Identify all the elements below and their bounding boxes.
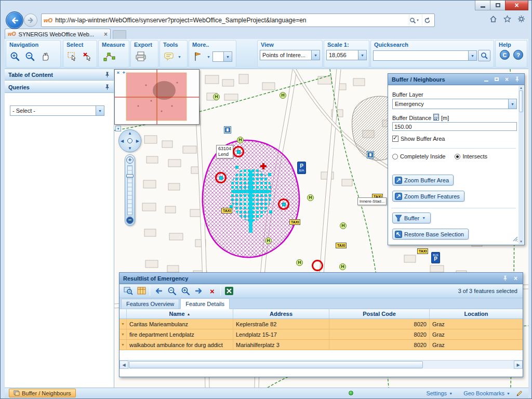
row-expander-icon[interactable]: ▼ [121, 332, 125, 336]
pin-icon[interactable] [104, 84, 110, 91]
show-buffer-checkbox[interactable]: ✓ [392, 136, 398, 142]
zoom-in-button[interactable]: + [126, 156, 134, 164]
row-expander-icon[interactable]: ▼ [121, 322, 125, 326]
zoom-out-icon[interactable] [23, 50, 37, 63]
new-tab-button[interactable] [113, 30, 126, 39]
zoom-slider[interactable] [127, 165, 132, 215]
pan-up-icon[interactable]: ▲ [128, 131, 132, 136]
zoom-buffer-area-button[interactable]: Zoom Buffer Area [392, 175, 454, 185]
address-bar[interactable]: wO http://w-lap-wintner/WebOffice/synser… [41, 14, 435, 27]
scroll-up-icon[interactable]: ▲ [520, 86, 523, 90]
overview-map[interactable] [114, 69, 200, 125]
pan-compass[interactable]: ▲ ▼ ◀ ▶ [118, 129, 141, 152]
back-button[interactable] [6, 11, 23, 29]
pin-panel-icon[interactable] [514, 76, 521, 83]
tab-feature-details[interactable]: Feature Details [180, 298, 230, 309]
scroll-left-icon[interactable]: ◀ [119, 361, 128, 369]
go-previous-icon[interactable] [153, 286, 164, 297]
chevron-down-icon[interactable]: ▼ [177, 55, 182, 59]
minimize-button[interactable] [475, 1, 490, 10]
pan-center-icon[interactable] [127, 138, 132, 143]
scroll-down-icon[interactable]: ▼ [520, 240, 523, 244]
chevron-down-icon[interactable]: ▼ [96, 106, 104, 115]
chevron-down-icon[interactable]: ▼ [223, 52, 232, 61]
close-panel-icon[interactable]: × [512, 275, 519, 282]
horizontal-scrollbar[interactable]: ◀ ▶ [119, 360, 523, 369]
table-row[interactable]: ▼ walkabout ambulance for durg addict Ma… [119, 340, 523, 350]
intersects-radio[interactable] [455, 154, 460, 159]
buffer-distance-input[interactable] [392, 122, 517, 131]
overview-collapse-icon[interactable]: ▼ [115, 126, 121, 131]
chevron-down-icon[interactable]: ▼ [206, 55, 211, 59]
row-expander-icon[interactable]: ▼ [121, 343, 125, 347]
column-header-postal-code[interactable]: Postal Code [329, 309, 430, 318]
pin-icon[interactable] [104, 72, 110, 78]
chevron-down-icon[interactable]: ▼ [421, 216, 426, 220]
print-icon[interactable] [133, 50, 149, 63]
queries-panel-header[interactable]: Queries [5, 82, 114, 93]
panel-resize-grip[interactable] [513, 234, 518, 244]
zoom-slider-thumb[interactable] [126, 174, 134, 178]
browser-tab[interactable]: wO SYNERGIS WebOffice Web... × [5, 29, 111, 39]
tab-features-overview[interactable]: Features Overview [121, 299, 179, 309]
excel-export-icon[interactable] [223, 286, 234, 297]
column-header-address[interactable]: Address [233, 309, 329, 318]
select-by-rectangle-icon[interactable] [65, 50, 79, 63]
scroll-right-icon[interactable]: ▶ [514, 361, 523, 369]
search-button[interactable] [478, 50, 490, 61]
url-text[interactable]: http://w-lap-wintner/WebOffice/synserver… [55, 17, 406, 24]
scale-select[interactable]: 18,056 ▼ [326, 50, 367, 60]
tab-close-icon[interactable]: × [104, 32, 108, 37]
maximize-button[interactable] [490, 1, 506, 10]
buffer-button[interactable]: Buffer ▼ [392, 212, 431, 223]
home-icon[interactable] [489, 15, 497, 23]
buffer-neighbours-toggle[interactable]: Buffer / Neighbours [9, 389, 76, 397]
zoom-buffer-features-button[interactable]: Zoom Buffer Features [392, 191, 464, 202]
clear-selection-icon[interactable]: × [207, 286, 218, 297]
minimize-panel-icon[interactable] [483, 76, 489, 83]
zoom-out-button[interactable]: − [126, 217, 134, 224]
pan-down-icon[interactable]: ▼ [128, 146, 132, 151]
help-button[interactable]: ? [513, 50, 523, 60]
table-row[interactable]: ▼ fire department Lendplatz Lendplatz 15… [119, 329, 523, 340]
column-header-location[interactable]: Location [430, 309, 523, 318]
measure-icon[interactable] [101, 50, 118, 63]
chevron-down-icon[interactable]: ▼ [508, 99, 516, 109]
column-header-name[interactable]: Name▲ [127, 309, 233, 318]
query-select[interactable]: - Select - ▼ [10, 105, 104, 116]
overview-close-icon[interactable]: × [115, 70, 121, 76]
close-button[interactable]: × [505, 1, 528, 10]
pan-right-icon[interactable]: ▶ [136, 139, 139, 143]
completely-inside-radio[interactable] [392, 154, 398, 159]
restore-base-selection-button[interactable]: Restore Base Selection [392, 229, 469, 240]
zoom-all-icon[interactable] [180, 286, 191, 297]
buffer-panel-scrollbar[interactable]: ▲ ▼ [518, 86, 524, 244]
edit-pencil-icon[interactable] [516, 390, 523, 399]
overview-move-icon[interactable]: + [121, 70, 127, 76]
chevron-down-icon[interactable]: ▼ [358, 50, 366, 60]
scrollbar-thumb[interactable] [519, 90, 523, 112]
toc-panel-header[interactable]: Table of Content [5, 69, 114, 81]
pin-panel-icon[interactable] [502, 275, 509, 282]
restore-panel-icon[interactable] [493, 76, 500, 83]
pan-hand-icon[interactable] [38, 50, 52, 63]
gear-icon[interactable] [517, 15, 525, 23]
zoom-in-icon[interactable] [8, 50, 22, 63]
buffer-layer-select[interactable]: Emergency ▼ [392, 99, 517, 109]
table-settings-icon[interactable] [136, 286, 147, 297]
geo-bookmarks-menu[interactable]: Geo Bookmarks▼ [463, 390, 511, 396]
chevron-down-icon[interactable]: ▼ [311, 50, 320, 60]
view-select[interactable]: Points of Intere... ▼ [260, 50, 320, 60]
calculator-icon[interactable] [433, 114, 439, 122]
table-row[interactable]: ▼ Caritas Marieambulanz Keplerstraße 82 … [119, 319, 523, 329]
scrollbar-thumb[interactable] [129, 361, 423, 368]
refresh-icon[interactable] [422, 15, 432, 26]
go-next-icon[interactable] [193, 286, 204, 297]
maptip-balloon-icon[interactable] [162, 50, 176, 63]
close-panel-icon[interactable]: × [503, 76, 510, 83]
context-help-button[interactable]: C [500, 50, 510, 60]
quicksearch-input[interactable]: ▼ [373, 50, 477, 61]
more-tools-icon[interactable] [191, 50, 205, 63]
forward-button[interactable] [24, 14, 37, 27]
search-dropdown-icon[interactable]: ▼ [409, 15, 419, 26]
